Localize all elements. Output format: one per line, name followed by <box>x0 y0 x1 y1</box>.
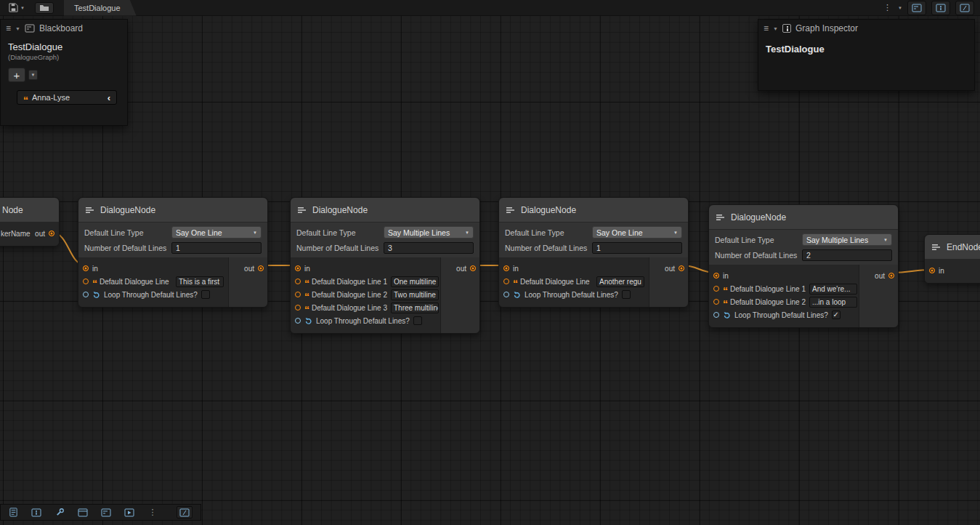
out-port[interactable] <box>49 231 54 236</box>
tab-title: TestDialogue <box>74 4 121 12</box>
loop-checkbox[interactable] <box>201 290 210 299</box>
collapse-caret-icon[interactable]: ▼ <box>773 26 778 31</box>
code-button[interactable] <box>177 506 193 518</box>
loop-port[interactable] <box>503 292 509 297</box>
line-type-dropdown[interactable]: Say Multiple Lines ▼ <box>802 233 892 246</box>
inspector-header[interactable]: ≡ ▼ Graph Inspector <box>758 20 974 37</box>
blackboard-toggle-button[interactable] <box>907 1 926 15</box>
dialogue-line-port[interactable] <box>295 305 301 310</box>
dialogue-node-3[interactable]: DialogueNode Default Line Type Say One L… <box>498 197 689 308</box>
in-port-label: in <box>723 272 729 280</box>
blackboard-toggle-button[interactable] <box>98 506 114 518</box>
save-caret-icon[interactable]: ▼ <box>20 6 25 10</box>
collapse-caret-icon[interactable]: ▼ <box>15 26 20 31</box>
dialogue-line-port[interactable] <box>83 278 89 284</box>
out-port[interactable] <box>470 265 476 271</box>
blackboard-icon <box>912 4 922 12</box>
start-node[interactable]: Node kerName out <box>0 197 60 247</box>
node-properties: Default Line Type Say Multiple Lines ▼ N… <box>291 223 479 257</box>
add-property-button[interactable]: + <box>8 68 25 82</box>
toolbar-more-caret[interactable]: ▼ <box>898 6 902 10</box>
in-port[interactable] <box>503 265 509 271</box>
tools-button[interactable] <box>52 506 68 518</box>
window-button[interactable] <box>75 506 91 518</box>
end-node[interactable]: EndNode in <box>924 234 980 284</box>
dialogue-line-field[interactable]: Two multiline <box>391 289 439 300</box>
quote-icon: “ <box>513 281 517 286</box>
dialogue-line-field[interactable]: This is a first <box>176 276 224 287</box>
dialogue-line-port[interactable] <box>295 292 301 297</box>
collapse-chevron-icon[interactable]: ‹ <box>108 92 110 103</box>
inspector-toggle-button[interactable] <box>931 1 950 15</box>
node-title-bar[interactable]: DialogueNode <box>78 198 267 223</box>
loop-port[interactable] <box>83 292 89 297</box>
toolbar-more-button[interactable]: ⋮ <box>882 3 893 12</box>
property-label: Anna-Lyse <box>32 93 70 102</box>
out-port[interactable] <box>258 265 264 271</box>
blackboard-property-anna-lyse[interactable]: “ Anna-Lyse ‹ <box>17 90 117 105</box>
play-icon <box>124 508 134 517</box>
num-lines-field[interactable]: 1 <box>171 242 262 254</box>
num-lines-field[interactable]: 2 <box>802 249 892 261</box>
dialogue-line-value: Three multiline <box>394 304 439 312</box>
hamburger-icon[interactable]: ≡ <box>764 23 769 33</box>
node-title-bar[interactable]: Node <box>0 198 59 223</box>
loop-checkbox[interactable]: ✓ <box>832 310 841 319</box>
dialogue-node-icon <box>506 206 516 215</box>
bottom-more-button[interactable]: ⋮ <box>145 506 161 518</box>
num-lines-field[interactable]: 3 <box>384 242 474 254</box>
dropdown-caret-icon: ▼ <box>253 231 257 235</box>
dialogue-line-value: Two multiline <box>394 291 436 299</box>
file-button[interactable] <box>5 506 21 518</box>
dialogue-line-field[interactable]: Another regu <box>596 276 644 287</box>
line-type-dropdown[interactable]: Say Multiple Lines ▼ <box>384 226 474 239</box>
dialogue-line-port[interactable] <box>295 278 301 284</box>
save-button[interactable]: ▼ <box>9 3 25 12</box>
add-property-caret[interactable]: ▼ <box>28 70 38 80</box>
out-port[interactable] <box>679 265 684 271</box>
num-lines-field[interactable]: 1 <box>592 242 682 254</box>
node-title-bar[interactable]: DialogueNode <box>499 198 688 223</box>
dialogue-node-icon <box>716 213 726 222</box>
dialogue-node-4[interactable]: DialogueNode Default Line Type Say Multi… <box>708 204 899 328</box>
in-port[interactable] <box>83 265 89 271</box>
quote-icon: “ <box>304 294 308 299</box>
dialogue-line-field[interactable]: Three multiline <box>391 302 439 313</box>
blackboard-icon <box>101 508 111 517</box>
dialogue-line-field[interactable]: And we're... <box>809 284 857 294</box>
node-title-bar[interactable]: DialogueNode <box>291 198 479 223</box>
line-type-dropdown[interactable]: Say One Line ▼ <box>171 226 262 239</box>
dialogue-node-1[interactable]: DialogueNode Default Line Type Say One L… <box>78 197 268 308</box>
dialogue-line-port[interactable] <box>503 278 509 284</box>
num-lines-value: 3 <box>388 244 392 252</box>
inspector-toggle-button[interactable] <box>28 506 44 518</box>
dialogue-line-port[interactable] <box>713 286 719 292</box>
tab-testdialogue[interactable]: TestDialogue <box>64 0 137 16</box>
open-folder-button[interactable] <box>35 2 54 14</box>
line-type-dropdown[interactable]: Say One Line ▼ <box>592 226 682 239</box>
blackboard-header[interactable]: ≡ ▼ Blackboard <box>1 20 127 37</box>
node-title-bar[interactable]: EndNode <box>925 235 980 260</box>
loop-port[interactable] <box>713 312 719 318</box>
loop-port[interactable] <box>295 318 301 324</box>
out-port[interactable] <box>888 273 894 278</box>
dropdown-caret-icon: ▼ <box>465 231 469 235</box>
num-lines-value: 2 <box>806 251 811 260</box>
script-button[interactable] <box>955 1 974 15</box>
line-type-value: Say Multiple Lines <box>806 236 868 244</box>
in-port[interactable] <box>713 273 719 278</box>
code-icon <box>179 508 190 517</box>
node-title-bar[interactable]: DialogueNode <box>709 205 898 230</box>
in-port[interactable] <box>295 265 301 271</box>
dialogue-node-2[interactable]: DialogueNode Default Line Type Say Multi… <box>290 197 480 334</box>
loop-checkbox[interactable] <box>413 316 422 325</box>
quote-icon: “ <box>92 281 96 286</box>
preview-button[interactable] <box>121 506 137 518</box>
in-port[interactable] <box>929 268 935 273</box>
dialogue-line-port[interactable] <box>713 299 719 305</box>
dialogue-line-field[interactable]: ...in a loop <box>809 297 857 308</box>
loop-checkbox[interactable] <box>622 290 631 299</box>
num-lines-label: Number of Default Lines <box>296 244 378 252</box>
dialogue-line-field[interactable]: One multiline <box>391 276 439 287</box>
hamburger-icon[interactable]: ≡ <box>6 23 11 33</box>
